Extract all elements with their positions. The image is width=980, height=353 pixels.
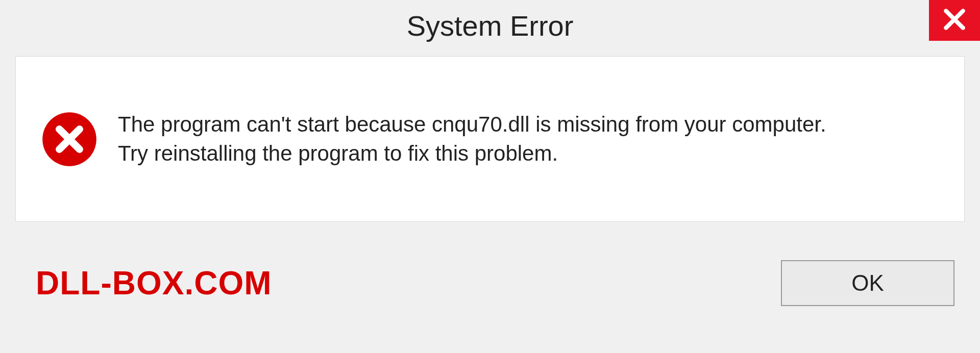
- error-dialog: System Error The program can't start bec…: [0, 0, 980, 353]
- error-icon: [41, 111, 97, 167]
- ok-button-label: OK: [851, 270, 884, 296]
- window-title: System Error: [407, 9, 574, 42]
- close-icon: [942, 7, 967, 34]
- close-button[interactable]: [929, 0, 980, 41]
- error-message-line2: Try reinstalling the program to fix this…: [118, 139, 826, 168]
- watermark-text: DLL-BOX.COM: [36, 264, 272, 302]
- footer: DLL-BOX.COM OK: [15, 222, 965, 344]
- content-panel: The program can't start because cnqu70.d…: [15, 56, 965, 222]
- titlebar: System Error: [0, 0, 980, 51]
- ok-button[interactable]: OK: [781, 260, 954, 306]
- error-message: The program can't start because cnqu70.d…: [118, 110, 826, 168]
- error-message-line1: The program can't start because cnqu70.d…: [118, 110, 826, 139]
